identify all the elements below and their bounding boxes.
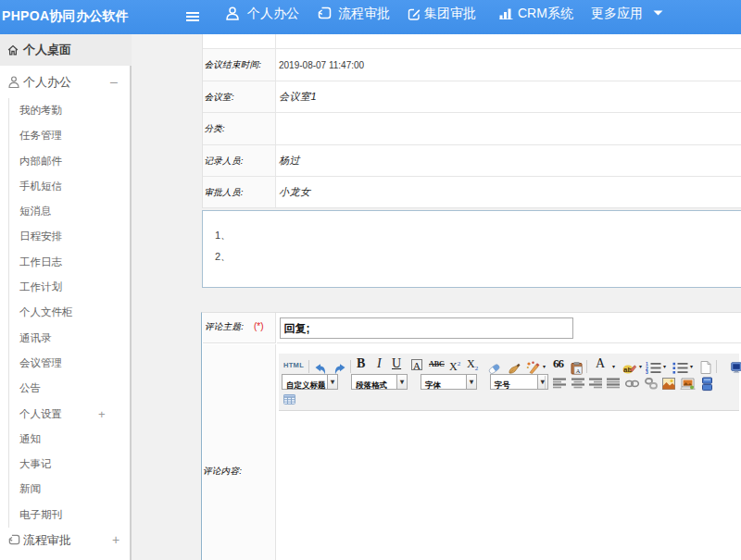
svg-text:A: A (576, 367, 581, 374)
svg-text:3: 3 (646, 369, 648, 374)
